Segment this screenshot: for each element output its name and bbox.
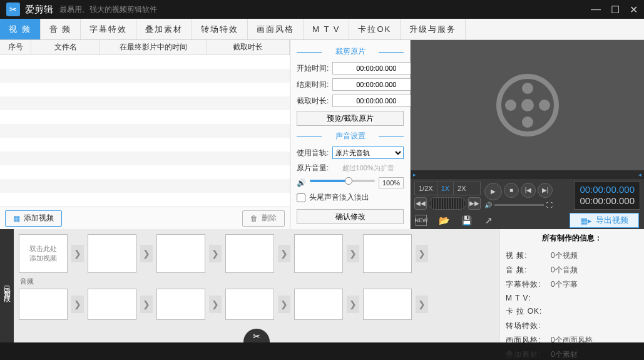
mark-in-icon[interactable]: ▸	[413, 172, 416, 178]
info-title: 所有制作的信息：	[506, 233, 638, 244]
speaker-icon: 🔊	[484, 202, 492, 208]
tab-video[interactable]: 视 频	[0, 19, 41, 39]
seek-bar[interactable]: ▸ ◂	[411, 170, 644, 179]
file-list[interactable]	[0, 55, 290, 207]
close-button[interactable]: ✕	[630, 4, 638, 16]
minimize-button[interactable]: —	[591, 4, 601, 16]
info-row: 叠加素材:0个素材	[506, 347, 638, 360]
chevron-right-icon: ❯	[209, 296, 222, 313]
stop-button[interactable]: ■	[504, 183, 519, 198]
share-icon[interactable]: ↗	[483, 215, 494, 226]
chevron-right-icon: ❯	[278, 245, 290, 262]
scissors-button[interactable]: ✂	[243, 329, 270, 342]
play-button[interactable]: ▶	[484, 183, 502, 200]
audio-track[interactable]: ❯ ❯ ❯ ❯ ❯ ❯	[19, 289, 494, 320]
prev-frame-button[interactable]: |◀	[521, 183, 536, 198]
col-filename: 文件名	[31, 40, 100, 54]
timecode-display: 00:00:00.000 00:00:00.000	[574, 181, 640, 210]
action-bar: NEW 📂 💾 ↗ ▦▸ 导出视频	[411, 212, 644, 229]
chevron-right-icon: ❯	[278, 296, 290, 313]
info-row: 画面风格:0个画面风格	[506, 333, 638, 347]
tab-style[interactable]: 画面风格	[248, 19, 304, 39]
chevron-right-icon: ❯	[416, 245, 428, 262]
fullscreen-icon[interactable]: ⛶	[546, 202, 553, 208]
chevron-right-icon: ❯	[71, 296, 84, 313]
clip-slot[interactable]	[88, 234, 136, 273]
audio-slot[interactable]	[294, 289, 343, 320]
film-icon: ▦	[13, 214, 20, 223]
chevron-right-icon: ❯	[71, 245, 84, 262]
crop-sound-panel: 裁剪原片 开始时间: 结束时间: 截取时长: 预览/截取原片 声音设置 使用音轨…	[290, 40, 411, 229]
next-frame-button[interactable]: ▶|	[538, 183, 553, 198]
col-seq: 序号	[0, 40, 31, 54]
chevron-right-icon: ❯	[209, 245, 222, 262]
tab-karaoke[interactable]: 卡拉OK	[349, 19, 401, 39]
tab-audio[interactable]: 音 频	[41, 19, 81, 39]
info-row: 字幕特效:0个字幕	[506, 277, 638, 292]
clip-slot[interactable]	[156, 234, 205, 273]
crop-title: 裁剪原片	[297, 46, 404, 57]
start-time-input[interactable]	[332, 62, 420, 75]
fade-checkbox[interactable]: 头尾声音淡入淡出	[297, 192, 404, 203]
film-reel-icon	[496, 74, 559, 136]
file-list-header: 序号 文件名 在最终影片中的时间 截取时长	[0, 40, 290, 55]
audio-slot[interactable]	[156, 289, 205, 320]
add-video-button[interactable]: ▦ 添加视频	[5, 210, 62, 227]
forward-button[interactable]: ▶▶	[468, 197, 481, 210]
app-logo-icon: ✂	[6, 3, 20, 16]
jog-wheel[interactable]	[429, 197, 466, 210]
end-time-input[interactable]	[332, 78, 420, 91]
video-track[interactable]: 双击此处 添加视频 ❯ ❯ ❯ ❯ ❯ ❯	[19, 234, 494, 273]
volume-icon: 🔊	[297, 178, 306, 187]
tab-transition[interactable]: 转场特效	[192, 19, 248, 39]
export-video-button[interactable]: ▦▸ 导出视频	[570, 213, 639, 228]
tab-subtitle[interactable]: 字幕特效	[81, 19, 136, 39]
audio-slot[interactable]	[225, 289, 274, 320]
clip-slot-add[interactable]: 双击此处 添加视频	[19, 234, 68, 273]
open-icon[interactable]: 📂	[438, 215, 449, 226]
app-subtitle: 最易用、强大的视频剪辑软件	[59, 4, 157, 15]
video-preview[interactable]	[411, 40, 644, 170]
app-title: 爱剪辑	[25, 4, 53, 16]
main-tabs: 视 频 音 频 字幕特效 叠加素材 转场特效 画面风格 M T V 卡拉OK 升…	[0, 19, 644, 40]
info-row: 音 频:0个音频	[506, 263, 638, 277]
title-bar: ✂ 爱剪辑 最易用、强大的视频剪辑软件 — ☐ ✕	[0, 0, 644, 19]
trash-icon: 🗑	[250, 214, 258, 223]
info-panel: 所有制作的信息： 视 频:0个视频音 频:0个音频字幕特效:0个字幕M T V:…	[499, 229, 644, 342]
clip-len-input[interactable]	[332, 95, 420, 107]
chevron-right-icon: ❯	[140, 245, 153, 262]
chevron-right-icon: ❯	[140, 296, 153, 313]
clip-slot[interactable]	[294, 234, 343, 273]
timeline-label: 已添加片段	[0, 229, 14, 342]
delete-button[interactable]: 🗑 删除	[242, 210, 285, 227]
volume-slider[interactable]	[310, 180, 375, 182]
save-icon[interactable]: 💾	[461, 215, 472, 226]
chevron-right-icon: ❯	[416, 296, 428, 313]
chevron-right-icon: ❯	[347, 245, 359, 262]
audio-slot[interactable]	[19, 289, 68, 320]
maximize-button[interactable]: ☐	[611, 4, 620, 16]
tab-mtv[interactable]: M T V	[304, 19, 349, 39]
audio-slot[interactable]	[88, 289, 136, 320]
file-list-panel: 序号 文件名 在最终影片中的时间 截取时长 ▦ 添加视频 🗑 删除	[0, 40, 290, 229]
tab-upgrade[interactable]: 升级与服务	[401, 19, 466, 39]
tab-overlay[interactable]: 叠加素材	[136, 19, 192, 39]
preview-cut-button[interactable]: 预览/截取原片	[297, 111, 404, 126]
rewind-button[interactable]: ◀◀	[414, 197, 427, 210]
new-icon[interactable]: NEW	[416, 215, 427, 226]
preview-volume-slider[interactable]	[494, 204, 544, 206]
info-row: 卡 拉 OK:	[506, 304, 638, 319]
audio-track-select[interactable]: 原片无音轨	[332, 147, 404, 159]
confirm-button[interactable]: 确认修改	[297, 209, 404, 224]
audio-track-label: 音频	[20, 277, 494, 286]
clip-slot[interactable]	[363, 234, 412, 273]
preview-panel: ▸ ◂ 1/2X 1X 2X ◀◀ ▶▶ ▶ ■ |◀	[411, 40, 644, 229]
info-row: M T V:	[506, 292, 638, 304]
volume-value: 100%	[379, 177, 404, 188]
mark-out-icon[interactable]: ◂	[638, 172, 641, 178]
audio-slot[interactable]	[363, 289, 412, 320]
clip-slot[interactable]	[225, 234, 274, 273]
export-icon: ▦▸	[580, 216, 592, 225]
timeline-area: 双击此处 添加视频 ❯ ❯ ❯ ❯ ❯ ❯ 音频 ❯ ❯ ❯ ❯ ❯ ❯	[14, 229, 499, 342]
speed-selector[interactable]: 1/2X 1X 2X	[414, 182, 481, 195]
